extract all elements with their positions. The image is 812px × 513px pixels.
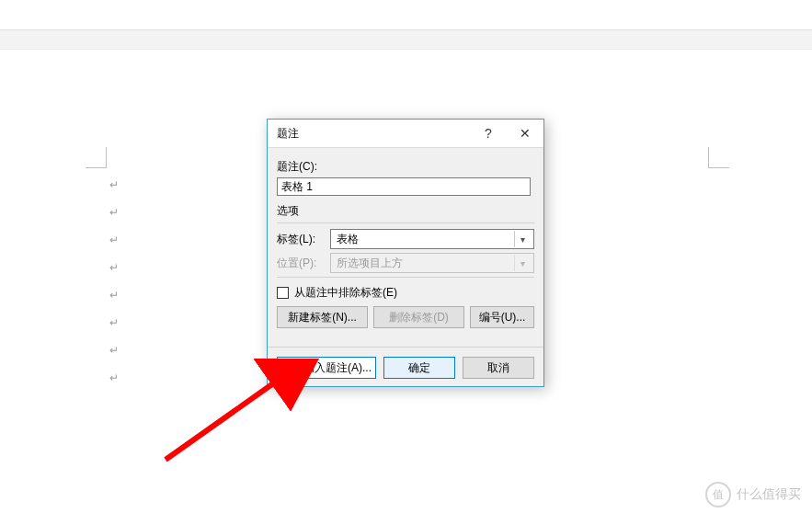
auto-caption-button[interactable]: 自动插入题注(A)... [277,357,376,379]
paragraph-mark: ↵ [109,199,119,226]
numbering-button[interactable]: 编号(U)... [470,306,534,328]
label-dropdown-value: 表格 [337,232,359,247]
close-button[interactable]: ✕ [507,120,543,147]
dialog-title: 题注 [277,126,470,142]
caption-field-label: 题注(C): [277,159,534,175]
caption-dialog: 题注 ? ✕ 题注(C): 选项 标签(L): 表格 ▾ 位置(P): 所选项目… [267,119,544,387]
delete-label-button: 删除标签(D) [373,306,464,328]
position-dropdown-label: 位置(P): [277,256,325,271]
close-icon: ✕ [520,126,531,141]
options-header: 选项 [277,203,534,219]
help-icon: ? [485,126,492,141]
paragraph-mark: ↵ [109,171,119,199]
options-divider-2 [277,277,534,278]
caption-input[interactable] [277,177,531,196]
watermark-text: 什么值得买 [737,486,801,503]
page-corner-top-right [708,147,729,168]
dialog-titlebar[interactable]: 题注 ? ✕ [268,120,543,148]
paragraph-marks-column: ↵ ↵ ↵ ↵ ↵ ↵ ↵ ↵ [109,171,119,392]
paragraph-mark: ↵ [109,226,119,254]
paragraph-mark: ↵ [109,254,119,281]
ribbon-separator-band [0,29,812,50]
page-corner-top-left [86,147,107,168]
cancel-button[interactable]: 取消 [463,357,534,379]
paragraph-mark: ↵ [109,336,119,364]
label-dropdown-label: 标签(L): [277,232,325,247]
chevron-down-icon: ▾ [514,231,530,247]
paragraph-mark: ↵ [109,364,119,392]
options-divider [277,222,534,223]
new-label-button[interactable]: 新建标签(N)... [277,306,368,328]
paragraph-mark: ↵ [109,281,119,309]
ok-button[interactable]: 确定 [383,357,455,379]
chevron-down-icon: ▾ [514,255,530,271]
exclude-label-checkbox-label[interactable]: 从题注中排除标签(E) [294,285,397,301]
help-button[interactable]: ? [470,120,507,147]
label-dropdown[interactable]: 表格 ▾ [330,229,534,249]
position-dropdown: 所选项目上方 ▾ [330,253,534,273]
position-dropdown-value: 所选项目上方 [337,256,403,271]
paragraph-mark: ↵ [109,309,119,336]
watermark-icon: 值 [705,482,731,507]
watermark: 值 什么值得买 [705,482,801,507]
exclude-label-checkbox[interactable] [277,287,289,299]
